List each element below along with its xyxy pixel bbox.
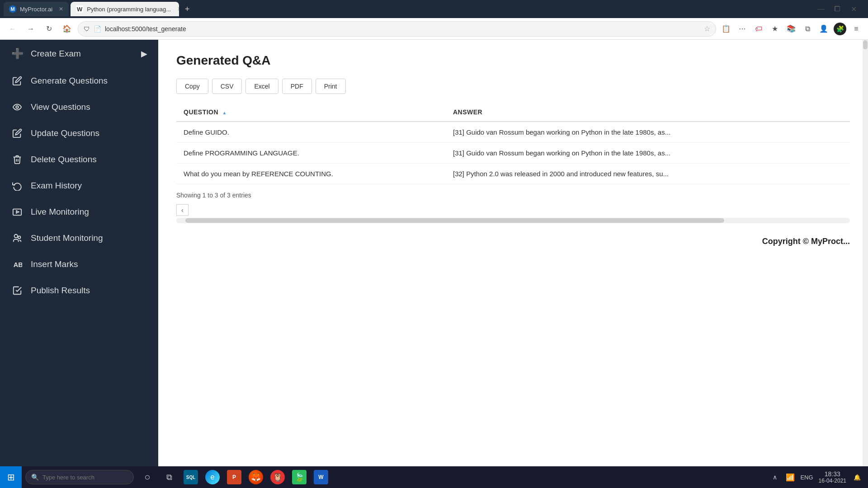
svg-point-3: [14, 235, 18, 238]
address-bar[interactable]: 🛡 📄 ☆: [78, 21, 716, 37]
export-buttons-group: Copy CSV Excel PDF Print: [176, 79, 850, 94]
sidebar-item-student-monitoring[interactable]: Student Monitoring: [0, 225, 158, 251]
answer-text-1: [31] Guido van Rossum began working on P…: [453, 128, 815, 136]
exam-history-icon: [11, 181, 24, 191]
minimize-button[interactable]: —: [814, 2, 828, 16]
bookmark-icon[interactable]: ☆: [704, 24, 710, 33]
answer-text-2: [31] Guido van Rossum began working on P…: [453, 149, 815, 157]
word-taskbar-icon[interactable]: W: [311, 467, 331, 487]
cortana-icon[interactable]: ○: [137, 467, 157, 487]
taskbar-time-display: 18:33: [819, 470, 846, 478]
more-options-icon[interactable]: ⋯: [736, 23, 749, 35]
reload-button[interactable]: ↻: [42, 22, 56, 36]
student-monitoring-icon: [11, 233, 24, 243]
live-monitoring-icon: [11, 207, 24, 217]
main-content: Generated Q&A Copy CSV Excel PDF Print Q…: [158, 40, 868, 466]
tab-title-python: Python (programming languag...: [87, 6, 171, 13]
sidebar-item-label-view-questions: View Questions: [31, 102, 90, 112]
evernote-taskbar-icon[interactable]: 🍃: [289, 467, 309, 487]
bookmark-star-icon[interactable]: ★: [769, 23, 781, 35]
tab-python[interactable]: W Python (programming languag... ✕: [71, 2, 179, 16]
entries-info: Showing 1 to 3 of 3 entries: [176, 192, 850, 199]
svg-point-0: [16, 106, 19, 108]
page-title: Generated Q&A: [176, 53, 850, 68]
menu-icon[interactable]: ≡: [850, 23, 863, 35]
system-tray-expand-icon[interactable]: ∧: [769, 472, 780, 483]
question-column-header[interactable]: QUESTION ▲: [176, 103, 446, 122]
back-button[interactable]: ←: [5, 22, 20, 36]
firefox-taskbar-icon[interactable]: 🦊: [246, 467, 266, 487]
taskbar-right: ∧ 📶 ENG 18:33 16-04-2021 🔔: [769, 470, 868, 484]
language-label[interactable]: ENG: [800, 474, 813, 481]
forward-button[interactable]: →: [24, 22, 38, 36]
sidebar-item-label-delete-questions: Delete Questions: [31, 155, 97, 164]
taskbar-clock: 18:33 16-04-2021: [819, 470, 846, 484]
table-row: Define PROGRAMMING LANGUAGE. [31] Guido …: [176, 143, 850, 164]
sidebar-item-label-generate-questions: Generate Questions: [31, 76, 108, 86]
pagination: ‹: [176, 204, 850, 216]
extensions-icon[interactable]: 🧩: [834, 23, 846, 35]
pdf-button[interactable]: PDF: [282, 79, 312, 94]
copy-button[interactable]: Copy: [176, 79, 208, 94]
sidebar-item-label-live-monitoring: Live Monitoring: [31, 207, 89, 217]
pocket-icon[interactable]: 🏷: [752, 23, 765, 35]
taskbar-icons: ○ ⧉ SQL e P 🦊 🦉 🍃 W: [137, 467, 331, 487]
library-icon: 📚: [785, 23, 797, 35]
sidebar-item-label-publish-results: Publish Results: [31, 286, 90, 296]
generate-questions-icon: [11, 76, 24, 86]
svg-text:AB: AB: [14, 261, 22, 268]
sidebar-item-label-exam-history: Exam History: [31, 181, 82, 191]
tab-myproctor[interactable]: M MyProctor.ai ✕: [4, 2, 69, 16]
sidebar-item-delete-questions[interactable]: Delete Questions: [0, 146, 158, 173]
vertical-scrollbar[interactable]: [863, 40, 868, 466]
new-tab-button[interactable]: +: [181, 3, 193, 15]
sidebar-item-publish-results[interactable]: Publish Results: [0, 277, 158, 304]
taskbar-search-bar[interactable]: 🔍: [25, 470, 134, 484]
table-row: What do you mean by REFERENCE COUNTING. …: [176, 164, 850, 184]
maximize-button[interactable]: ⧠: [830, 2, 844, 16]
notification-icon[interactable]: 🔔: [852, 472, 863, 483]
answer-column-header: ANSWER: [446, 103, 850, 122]
v-scroll-thumb[interactable]: [863, 40, 868, 49]
sidebar-item-generate-questions[interactable]: Generate Questions: [0, 68, 158, 94]
tab-close-myproctor[interactable]: ✕: [59, 6, 63, 12]
prev-page-button[interactable]: ‹: [176, 204, 189, 216]
sidebar-item-view-questions[interactable]: View Questions: [0, 94, 158, 120]
sidebar-item-create-exam[interactable]: ➕ Create Exam ▶: [0, 40, 158, 68]
powerpoint-taskbar-icon[interactable]: P: [224, 467, 244, 487]
synced-tabs-icon[interactable]: ⧉: [801, 23, 814, 35]
tab-favicon-python: W: [76, 5, 83, 13]
print-button[interactable]: Print: [316, 79, 346, 94]
wifi-icon: 📶: [786, 473, 795, 482]
reader-view-icon[interactable]: 📋: [720, 23, 732, 35]
sidebar-item-insert-marks[interactable]: AB Insert Marks: [0, 251, 158, 277]
question-sort-icon: ▲: [222, 110, 227, 115]
task-view-icon[interactable]: ⧉: [159, 467, 179, 487]
taskbar: ⊞ 🔍 ○ ⧉ SQL e P 🦊 🦉 🍃 W ∧ 📶 ENG: [0, 466, 868, 488]
sidebar-item-update-questions[interactable]: Update Questions: [0, 120, 158, 146]
publish-results-icon: [11, 286, 24, 296]
horizontal-scrollbar[interactable]: [176, 218, 850, 223]
sidebar-item-live-monitoring[interactable]: Live Monitoring: [0, 199, 158, 225]
url-input[interactable]: [105, 25, 700, 33]
security-icon: 🛡: [84, 25, 90, 33]
mysql-taskbar-icon[interactable]: SQL: [181, 467, 201, 487]
sidebar-item-exam-history[interactable]: Exam History: [0, 173, 158, 199]
excel-button[interactable]: Excel: [245, 79, 278, 94]
taskbar-search-input[interactable]: [42, 474, 115, 481]
delete-questions-icon: [11, 155, 24, 164]
csv-button[interactable]: CSV: [212, 79, 242, 94]
answer-text-3: [32] Python 2.0 was released in 2000 and…: [453, 170, 815, 178]
svg-rect-1: [13, 209, 21, 216]
edge-taskbar-icon[interactable]: e: [203, 467, 222, 487]
tab-title-myproctor: MyProctor.ai: [20, 6, 52, 13]
close-button[interactable]: ✕: [846, 2, 861, 16]
create-exam-arrow-icon: ▶: [141, 49, 147, 59]
duolingo-taskbar-icon[interactable]: 🦉: [268, 467, 288, 487]
tab-close-python[interactable]: ✕: [177, 6, 179, 12]
h-scroll-thumb[interactable]: [185, 218, 724, 223]
question-cell-2: Define PROGRAMMING LANGUAGE.: [176, 143, 446, 164]
account-icon[interactable]: 👤: [817, 23, 830, 35]
home-button[interactable]: 🏠: [60, 22, 74, 36]
start-button[interactable]: ⊞: [0, 466, 22, 488]
